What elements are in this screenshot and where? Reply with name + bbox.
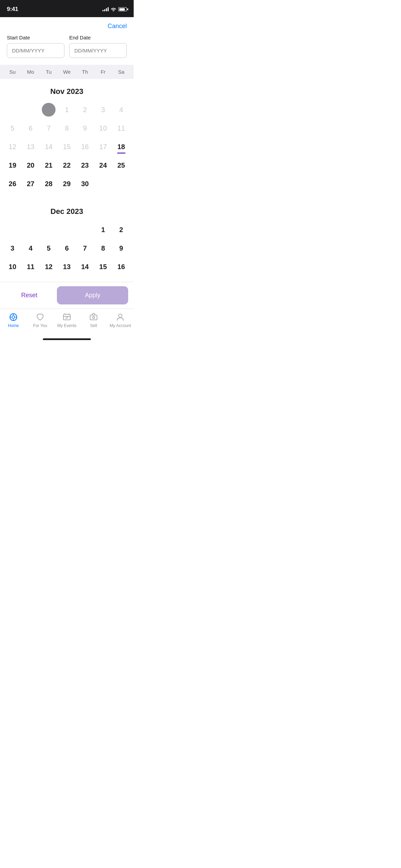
day-cell[interactable]: 12 xyxy=(3,138,22,155)
day-cell[interactable]: 21 xyxy=(40,157,58,173)
day-cell[interactable]: 13 xyxy=(58,258,76,275)
day-cell-today[interactable] xyxy=(40,101,58,118)
day-cell[interactable]: 4 xyxy=(112,101,130,118)
home-tab-icon xyxy=(9,312,18,322)
day-cell[interactable]: 12 xyxy=(40,258,58,275)
day-cell[interactable]: 13 xyxy=(22,138,40,155)
day-header-th: Th xyxy=(76,69,94,75)
day-cell[interactable]: 1 xyxy=(58,101,76,118)
day-cell[interactable]: 25 xyxy=(112,157,130,173)
day-cell[interactable]: 15 xyxy=(58,138,76,155)
day-header-we: We xyxy=(58,69,76,75)
day-cell[interactable]: 20 xyxy=(22,157,40,173)
day-cell[interactable]: 8 xyxy=(58,120,76,136)
reset-button[interactable]: Reset xyxy=(5,287,53,304)
tab-my-account[interactable]: My Account xyxy=(107,312,134,328)
day-num: 24 xyxy=(96,158,110,172)
day-cell[interactable]: 2 xyxy=(112,221,130,238)
status-bar: 9:41 xyxy=(0,0,134,17)
day-num: 6 xyxy=(60,241,74,255)
day-num: 1 xyxy=(96,223,110,237)
date-inputs: Start Date End Date xyxy=(0,35,134,65)
day-num: 10 xyxy=(96,121,110,135)
svg-rect-7 xyxy=(90,315,97,320)
tab-for-you[interactable]: For You xyxy=(27,312,53,328)
status-icons xyxy=(102,7,127,11)
day-cell[interactable]: 26 xyxy=(3,176,22,192)
day-cell[interactable]: 17 xyxy=(94,138,112,155)
tab-home[interactable]: Home xyxy=(0,312,27,328)
day-num: 11 xyxy=(24,260,37,274)
home-bar xyxy=(43,338,91,340)
day-num: 20 xyxy=(24,158,37,172)
day-header-sa: Sa xyxy=(112,69,130,75)
svg-point-1 xyxy=(12,316,15,318)
day-cell[interactable]: 27 xyxy=(22,176,40,192)
day-cell[interactable]: 30 xyxy=(76,176,94,192)
day-num: 3 xyxy=(96,103,110,117)
day-cell[interactable]: 1 xyxy=(94,221,112,238)
month-title-nov: Nov 2023 xyxy=(3,79,130,101)
day-cell[interactable]: 4 xyxy=(22,240,40,256)
day-cell[interactable]: 11 xyxy=(112,120,130,136)
day-cell[interactable]: 10 xyxy=(94,120,112,136)
day-cell[interactable]: 15 xyxy=(94,258,112,275)
start-date-field: Start Date xyxy=(7,35,64,58)
cancel-button[interactable]: Cancel xyxy=(108,21,127,31)
day-cell[interactable]: 16 xyxy=(76,138,94,155)
end-date-field: End Date xyxy=(69,35,127,58)
day-cell[interactable]: 22 xyxy=(58,157,76,173)
end-date-label: End Date xyxy=(69,35,127,40)
start-date-input[interactable] xyxy=(7,43,64,58)
day-cell[interactable]: 24 xyxy=(94,157,112,173)
day-cell[interactable]: 6 xyxy=(22,120,40,136)
day-cell xyxy=(3,101,22,118)
day-num: 12 xyxy=(42,260,56,274)
month-november: Nov 2023 1 2 3 4 5 6 7 8 9 10 11 12 13 1… xyxy=(3,79,130,199)
day-cell[interactable]: 14 xyxy=(76,258,94,275)
day-cell[interactable]: 7 xyxy=(76,240,94,256)
day-cell-18[interactable]: 18 xyxy=(112,138,130,155)
day-cell[interactable]: 6 xyxy=(58,240,76,256)
day-cell[interactable]: 5 xyxy=(40,240,58,256)
for-you-tab-icon xyxy=(35,312,45,322)
nov-grid: 1 2 3 4 5 6 7 8 9 10 11 12 13 14 15 16 1… xyxy=(3,101,130,192)
day-num-18: 18 xyxy=(114,140,128,154)
day-cell[interactable]: 14 xyxy=(40,138,58,155)
day-header-fr: Fr xyxy=(94,69,112,75)
day-num: 14 xyxy=(78,260,92,274)
day-num: 10 xyxy=(5,260,19,274)
day-num: 27 xyxy=(24,177,37,191)
end-date-input[interactable] xyxy=(69,43,127,58)
tab-my-events[interactable]: My Events xyxy=(53,312,80,328)
day-num: 6 xyxy=(24,121,37,135)
day-cell[interactable]: 16 xyxy=(112,258,130,275)
apply-button[interactable]: Apply xyxy=(57,286,128,304)
day-cell[interactable]: 2 xyxy=(76,101,94,118)
status-time: 9:41 xyxy=(7,6,18,13)
calendar-scroll: Nov 2023 1 2 3 4 5 6 7 8 9 10 11 12 13 1… xyxy=(0,79,134,282)
day-cell[interactable]: 7 xyxy=(40,120,58,136)
tab-sell[interactable]: Sell xyxy=(80,312,107,328)
day-cell[interactable]: 5 xyxy=(3,120,22,136)
tab-home-label: Home xyxy=(8,323,19,328)
day-cell xyxy=(58,221,76,238)
svg-point-9 xyxy=(119,314,122,317)
day-cell[interactable]: 3 xyxy=(3,240,22,256)
day-cell[interactable]: 3 xyxy=(94,101,112,118)
tab-bar: Home For You My Events Sel xyxy=(0,309,134,336)
day-num: 17 xyxy=(96,140,110,154)
day-cell[interactable]: 8 xyxy=(94,240,112,256)
day-num: 15 xyxy=(96,260,110,274)
day-num: 2 xyxy=(78,103,92,117)
day-num: 11 xyxy=(114,121,128,135)
day-cell[interactable]: 19 xyxy=(3,157,22,173)
day-cell[interactable]: 9 xyxy=(112,240,130,256)
day-cell[interactable]: 10 xyxy=(3,258,22,275)
day-cell[interactable]: 28 xyxy=(40,176,58,192)
my-account-tab-icon xyxy=(116,312,125,322)
day-cell[interactable]: 23 xyxy=(76,157,94,173)
day-cell[interactable]: 29 xyxy=(58,176,76,192)
day-cell[interactable]: 11 xyxy=(22,258,40,275)
day-cell[interactable]: 9 xyxy=(76,120,94,136)
